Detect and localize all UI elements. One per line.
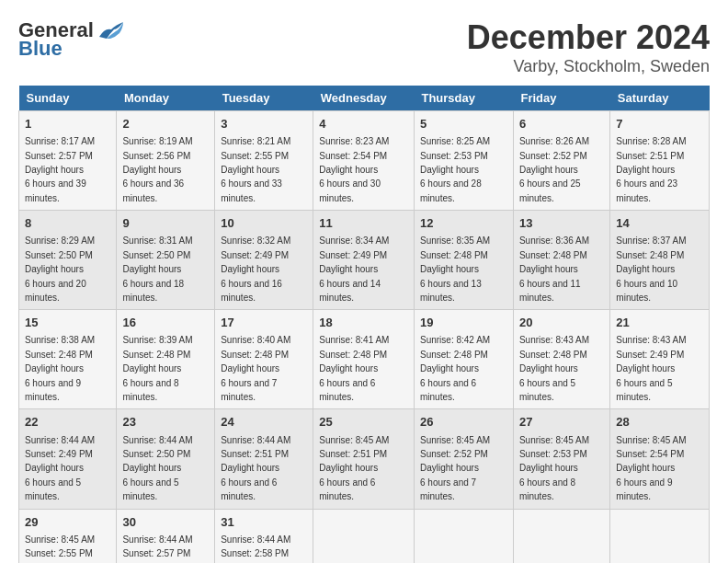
header-friday: Friday bbox=[513, 86, 609, 111]
day-info: Sunrise: 8:37 AMSunset: 2:48 PMDaylight … bbox=[616, 236, 686, 303]
table-row: 10Sunrise: 8:32 AMSunset: 2:49 PMDayligh… bbox=[215, 211, 313, 310]
day-number: 8 bbox=[25, 215, 110, 232]
table-row: 22Sunrise: 8:44 AMSunset: 2:49 PMDayligh… bbox=[19, 409, 117, 509]
day-number: 20 bbox=[519, 315, 604, 331]
table-row bbox=[313, 509, 415, 563]
day-info: Sunrise: 8:36 AMSunset: 2:48 PMDaylight … bbox=[519, 236, 589, 303]
table-row: 15Sunrise: 8:38 AMSunset: 2:48 PMDayligh… bbox=[19, 310, 117, 409]
day-number: 18 bbox=[319, 315, 408, 331]
header-thursday: Thursday bbox=[414, 86, 513, 111]
table-row: 9Sunrise: 8:31 AMSunset: 2:50 PMDaylight… bbox=[117, 211, 215, 310]
table-row: 7Sunrise: 8:28 AMSunset: 2:51 PMDaylight… bbox=[610, 111, 710, 211]
day-info: Sunrise: 8:44 AMSunset: 2:49 PMDaylight … bbox=[25, 435, 95, 502]
header-monday: Monday bbox=[117, 86, 215, 111]
day-number: 4 bbox=[319, 116, 408, 132]
day-number: 31 bbox=[221, 514, 307, 531]
day-info: Sunrise: 8:44 AMSunset: 2:51 PMDaylight … bbox=[221, 435, 290, 502]
table-row: 24Sunrise: 8:44 AMSunset: 2:51 PMDayligh… bbox=[215, 409, 313, 509]
table-row: 30Sunrise: 8:44 AMSunset: 2:57 PMDayligh… bbox=[117, 509, 215, 563]
day-number: 13 bbox=[519, 215, 604, 232]
day-info: Sunrise: 8:29 AMSunset: 2:50 PMDaylight … bbox=[25, 236, 95, 303]
week-row-5: 29Sunrise: 8:45 AMSunset: 2:55 PMDayligh… bbox=[19, 509, 710, 563]
day-info: Sunrise: 8:35 AMSunset: 2:48 PMDaylight … bbox=[420, 236, 490, 303]
logo-bird-icon bbox=[97, 20, 125, 40]
header-wednesday: Wednesday bbox=[313, 86, 415, 111]
week-row-3: 15Sunrise: 8:38 AMSunset: 2:48 PMDayligh… bbox=[19, 310, 710, 409]
day-info: Sunrise: 8:31 AMSunset: 2:50 PMDaylight … bbox=[122, 236, 192, 303]
table-row bbox=[610, 509, 710, 563]
table-row: 25Sunrise: 8:45 AMSunset: 2:51 PMDayligh… bbox=[313, 409, 415, 509]
table-row: 1Sunrise: 8:17 AMSunset: 2:57 PMDaylight… bbox=[19, 111, 117, 211]
calendar-table: SundayMondayTuesdayWednesdayThursdayFrid… bbox=[18, 86, 710, 563]
day-info: Sunrise: 8:19 AMSunset: 2:56 PMDaylight … bbox=[122, 136, 192, 203]
logo-text-blue: Blue bbox=[18, 37, 63, 61]
day-info: Sunrise: 8:43 AMSunset: 2:48 PMDaylight … bbox=[519, 335, 589, 402]
month-title: December 2024 bbox=[467, 18, 710, 57]
table-row: 14Sunrise: 8:37 AMSunset: 2:48 PMDayligh… bbox=[610, 211, 710, 310]
day-number: 14 bbox=[616, 215, 703, 232]
day-number: 11 bbox=[319, 215, 408, 232]
day-info: Sunrise: 8:44 AMSunset: 2:58 PMDaylight … bbox=[221, 534, 290, 563]
table-row bbox=[513, 509, 609, 563]
table-row: 28Sunrise: 8:45 AMSunset: 2:54 PMDayligh… bbox=[610, 409, 710, 509]
day-number: 6 bbox=[519, 116, 604, 132]
table-row: 6Sunrise: 8:26 AMSunset: 2:52 PMDaylight… bbox=[513, 111, 609, 211]
day-info: Sunrise: 8:39 AMSunset: 2:48 PMDaylight … bbox=[122, 335, 192, 402]
day-info: Sunrise: 8:40 AMSunset: 2:48 PMDaylight … bbox=[221, 335, 290, 402]
table-row: 26Sunrise: 8:45 AMSunset: 2:52 PMDayligh… bbox=[414, 409, 513, 509]
table-row: 31Sunrise: 8:44 AMSunset: 2:58 PMDayligh… bbox=[215, 509, 313, 563]
day-number: 19 bbox=[420, 315, 507, 331]
page-header: General Blue December 2024 Varby, Stockh… bbox=[18, 18, 710, 76]
day-info: Sunrise: 8:43 AMSunset: 2:49 PMDaylight … bbox=[616, 335, 686, 402]
week-row-4: 22Sunrise: 8:44 AMSunset: 2:49 PMDayligh… bbox=[19, 409, 710, 509]
table-row: 29Sunrise: 8:45 AMSunset: 2:55 PMDayligh… bbox=[19, 509, 117, 563]
table-row: 19Sunrise: 8:42 AMSunset: 2:48 PMDayligh… bbox=[414, 310, 513, 409]
day-info: Sunrise: 8:38 AMSunset: 2:48 PMDaylight … bbox=[25, 335, 95, 402]
table-row: 20Sunrise: 8:43 AMSunset: 2:48 PMDayligh… bbox=[513, 310, 609, 409]
table-row: 8Sunrise: 8:29 AMSunset: 2:50 PMDaylight… bbox=[19, 211, 117, 310]
table-row: 5Sunrise: 8:25 AMSunset: 2:53 PMDaylight… bbox=[414, 111, 513, 211]
table-row: 23Sunrise: 8:44 AMSunset: 2:50 PMDayligh… bbox=[117, 409, 215, 509]
day-number: 25 bbox=[319, 414, 408, 431]
day-info: Sunrise: 8:44 AMSunset: 2:50 PMDaylight … bbox=[122, 435, 192, 502]
day-number: 26 bbox=[420, 414, 507, 431]
day-number: 12 bbox=[420, 215, 507, 232]
day-info: Sunrise: 8:34 AMSunset: 2:49 PMDaylight … bbox=[319, 236, 389, 303]
day-number: 23 bbox=[122, 414, 209, 431]
table-row: 27Sunrise: 8:45 AMSunset: 2:53 PMDayligh… bbox=[513, 409, 609, 509]
day-info: Sunrise: 8:26 AMSunset: 2:52 PMDaylight … bbox=[519, 136, 589, 203]
logo: General Blue bbox=[18, 18, 125, 61]
day-number: 30 bbox=[122, 514, 209, 531]
header-saturday: Saturday bbox=[610, 86, 710, 111]
day-info: Sunrise: 8:41 AMSunset: 2:48 PMDaylight … bbox=[319, 335, 389, 402]
table-row: 21Sunrise: 8:43 AMSunset: 2:49 PMDayligh… bbox=[610, 310, 710, 409]
table-row bbox=[414, 509, 513, 563]
day-number: 17 bbox=[221, 315, 307, 331]
header-sunday: Sunday bbox=[19, 86, 117, 111]
day-number: 28 bbox=[616, 414, 703, 431]
day-number: 1 bbox=[25, 116, 110, 132]
day-info: Sunrise: 8:23 AMSunset: 2:54 PMDaylight … bbox=[319, 136, 389, 203]
day-info: Sunrise: 8:45 AMSunset: 2:55 PMDaylight … bbox=[25, 534, 95, 563]
day-number: 3 bbox=[221, 116, 307, 132]
header-tuesday: Tuesday bbox=[215, 86, 313, 111]
day-number: 29 bbox=[25, 514, 110, 531]
table-row: 13Sunrise: 8:36 AMSunset: 2:48 PMDayligh… bbox=[513, 211, 609, 310]
day-number: 21 bbox=[616, 315, 703, 331]
day-info: Sunrise: 8:45 AMSunset: 2:51 PMDaylight … bbox=[319, 435, 389, 502]
table-row: 17Sunrise: 8:40 AMSunset: 2:48 PMDayligh… bbox=[215, 310, 313, 409]
location: Varby, Stockholm, Sweden bbox=[467, 57, 710, 76]
week-row-2: 8Sunrise: 8:29 AMSunset: 2:50 PMDaylight… bbox=[19, 211, 710, 310]
day-number: 24 bbox=[221, 414, 307, 431]
table-row: 16Sunrise: 8:39 AMSunset: 2:48 PMDayligh… bbox=[117, 310, 215, 409]
day-number: 5 bbox=[420, 116, 507, 132]
day-info: Sunrise: 8:45 AMSunset: 2:54 PMDaylight … bbox=[616, 435, 686, 502]
day-number: 15 bbox=[25, 315, 110, 331]
day-number: 16 bbox=[122, 315, 209, 331]
day-number: 10 bbox=[221, 215, 307, 232]
day-number: 2 bbox=[122, 116, 209, 132]
table-row: 4Sunrise: 8:23 AMSunset: 2:54 PMDaylight… bbox=[313, 111, 415, 211]
day-number: 27 bbox=[519, 414, 604, 431]
day-info: Sunrise: 8:32 AMSunset: 2:49 PMDaylight … bbox=[221, 236, 290, 303]
title-area: December 2024 Varby, Stockholm, Sweden bbox=[467, 18, 710, 76]
